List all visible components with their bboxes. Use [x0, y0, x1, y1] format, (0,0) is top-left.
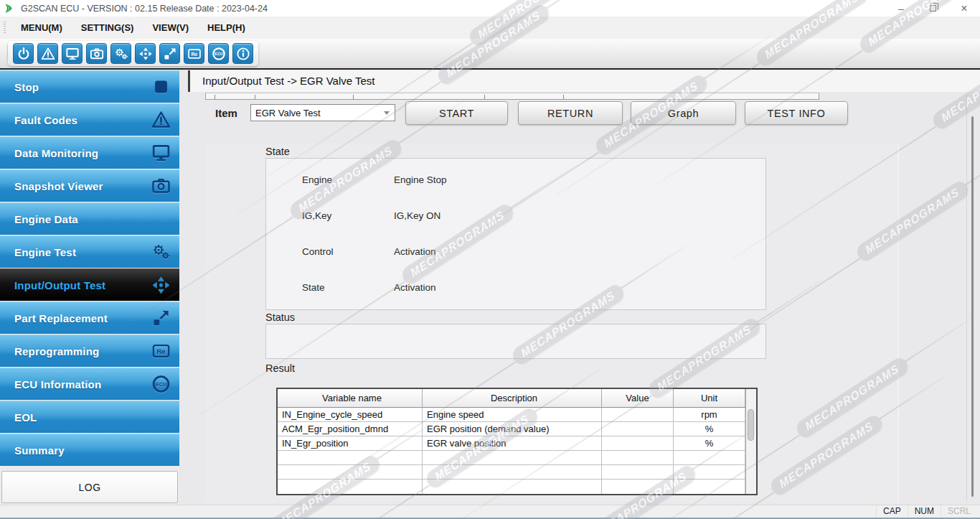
- menubar-grip[interactable]: [4, 22, 6, 34]
- start-button[interactable]: START: [405, 101, 508, 125]
- close-button[interactable]: ×: [948, 0, 980, 17]
- ecu-icon[interactable]: [208, 43, 229, 64]
- state-row: Control Activation: [266, 246, 765, 261]
- result-table: Variable name Description Value Unit IN_…: [276, 388, 758, 495]
- camera-icon[interactable]: [86, 43, 107, 64]
- sidebar-item-part-replacement[interactable]: Part Replacement: [0, 301, 179, 334]
- sidebar-item-eol[interactable]: EOL: [0, 401, 179, 433]
- sidebar-item-ecu-information[interactable]: ECU Information: [0, 368, 179, 400]
- gears-icon: [151, 243, 171, 262]
- camera-icon: [151, 177, 171, 196]
- engine-gears-icon[interactable]: [110, 43, 131, 64]
- sidebar-item-label: Engine Data: [14, 213, 78, 225]
- item-select-value: EGR Valve Test: [255, 108, 321, 118]
- state-row-value: Engine Stop: [394, 174, 447, 185]
- toolbar: [0, 39, 980, 68]
- sidebar-item-reprogramming[interactable]: Reprogramming: [0, 335, 179, 367]
- state-row-label: Control: [302, 246, 334, 257]
- cell-variable: [278, 480, 423, 494]
- sidebar-item-data-monitoring[interactable]: Data Monitoring: [0, 136, 179, 169]
- test-panel: State Engine Engine Stop IG,Key IG,Key O…: [207, 144, 899, 502]
- item-select[interactable]: EGR Valve Test: [250, 104, 395, 121]
- state-row-value: Activation: [394, 246, 436, 257]
- table-row: ACM_Egr_position_dmnd EGR position (dema…: [278, 422, 756, 436]
- table-scrollbar[interactable]: [745, 389, 756, 494]
- stop-icon: [151, 78, 171, 97]
- sidebar-item-label: Part Replacement: [14, 312, 108, 324]
- restore-button[interactable]: [917, 0, 948, 17]
- minimize-button[interactable]: –: [885, 0, 917, 17]
- sidebar-item-engine-test[interactable]: Engine Test: [0, 235, 179, 268]
- status-bar: CAP NUM SCRL: [0, 505, 980, 519]
- cell-description: [423, 480, 602, 494]
- cell-unit: [674, 451, 745, 464]
- status-section-title: Status: [265, 312, 295, 323]
- sidebar-item-stop[interactable]: Stop: [0, 70, 179, 103]
- table-scrollbar-thumb[interactable]: [748, 409, 754, 441]
- power-icon[interactable]: [13, 43, 34, 64]
- sidebar-item-engine-data[interactable]: Engine Data: [0, 202, 179, 235]
- menu-item-settings[interactable]: SETTING(S): [72, 17, 143, 39]
- log-button[interactable]: LOG: [1, 471, 178, 503]
- menu-item-view[interactable]: VIEW(V): [143, 17, 198, 39]
- title-bar: G2SCAN ECU - VERSION : 02.15 Release Dat…: [0, 0, 980, 17]
- state-row: Engine Engine Stop: [266, 174, 765, 189]
- test-info-button[interactable]: TEST INFO: [745, 101, 848, 125]
- cell-unit: rpm: [674, 408, 745, 421]
- sidebar-item-input-output-test[interactable]: Input/Output Test: [0, 268, 179, 301]
- state-row-label: IG,Key: [302, 210, 331, 221]
- sidebar-item-label: EOL: [14, 411, 37, 424]
- cell-description: [423, 451, 602, 464]
- cell-value: [602, 422, 674, 436]
- graph-button[interactable]: Graph: [631, 101, 736, 125]
- info-icon[interactable]: [232, 43, 253, 64]
- caps-lock-indicator: CAP: [876, 505, 908, 518]
- return-button[interactable]: RETURN: [518, 101, 623, 125]
- main-content: Input/Output Test -> EGR Valve Test Item…: [188, 70, 980, 506]
- cell-value: [602, 465, 674, 479]
- sidebar-item-summary[interactable]: Summary: [0, 434, 179, 466]
- sidebar-item-fault-codes[interactable]: Fault Codes: [0, 103, 179, 136]
- monitor-icon[interactable]: [62, 43, 83, 64]
- sidebar-item-label: Engine Test: [14, 246, 76, 258]
- state-row: IG,Key IG,Key ON: [266, 210, 765, 225]
- table-row: [278, 451, 756, 465]
- part-replacement-icon[interactable]: [159, 43, 180, 64]
- page-scrollbar[interactable]: [971, 116, 974, 497]
- column-header: Variable name: [278, 389, 423, 408]
- state-row-label: State: [302, 282, 325, 293]
- cell-unit: [674, 480, 745, 494]
- io-cross-arrows-icon[interactable]: [135, 43, 156, 64]
- sidebar-item-label: Summary: [14, 444, 65, 457]
- cell-description: EGR position (demand value): [423, 422, 602, 436]
- re-icon: [151, 342, 171, 361]
- menu-item-menu[interactable]: MENU(M): [11, 17, 72, 39]
- sidebar-item-label: Input/Output Test: [14, 279, 105, 291]
- cell-description: Engine speed: [423, 408, 602, 421]
- cell-value: [602, 408, 674, 421]
- fault-warning-icon[interactable]: [37, 43, 58, 64]
- cell-description: EGR valve position: [423, 436, 602, 450]
- window-title: G2SCAN ECU - VERSION : 02.15 Release Dat…: [21, 4, 268, 14]
- table-row: [278, 465, 756, 480]
- column-header: Value: [602, 389, 674, 408]
- sidebar: Stop Fault Codes Data Monitoring Snapsho…: [0, 70, 179, 506]
- ecu-icon: [151, 375, 171, 394]
- body-row: Stop Fault Codes Data Monitoring Snapsho…: [0, 68, 980, 505]
- restore-icon: [930, 5, 936, 11]
- column-header: Description: [423, 389, 602, 408]
- cell-description: [423, 465, 602, 479]
- sidebar-item-snapshot-viewer[interactable]: Snapshot Viewer: [0, 169, 179, 202]
- menu-item-help[interactable]: HELP(H): [198, 17, 255, 39]
- scroll-lock-indicator: SCRL: [941, 505, 977, 518]
- state-box: Engine Engine Stop IG,Key IG,Key ON Cont…: [265, 158, 766, 310]
- cell-variable: IN_Egr_position: [278, 436, 423, 450]
- reprogramming-re-icon[interactable]: [184, 43, 204, 64]
- cell-variable: [278, 451, 423, 464]
- breadcrumb: Input/Output Test -> EGR Valve Test: [188, 70, 980, 92]
- cell-variable: IN_Engine_cycle_speed: [278, 408, 423, 421]
- cell-value: [602, 436, 674, 450]
- table-row: [278, 480, 756, 494]
- cell-variable: [278, 465, 423, 479]
- state-row-label: Engine: [302, 174, 332, 185]
